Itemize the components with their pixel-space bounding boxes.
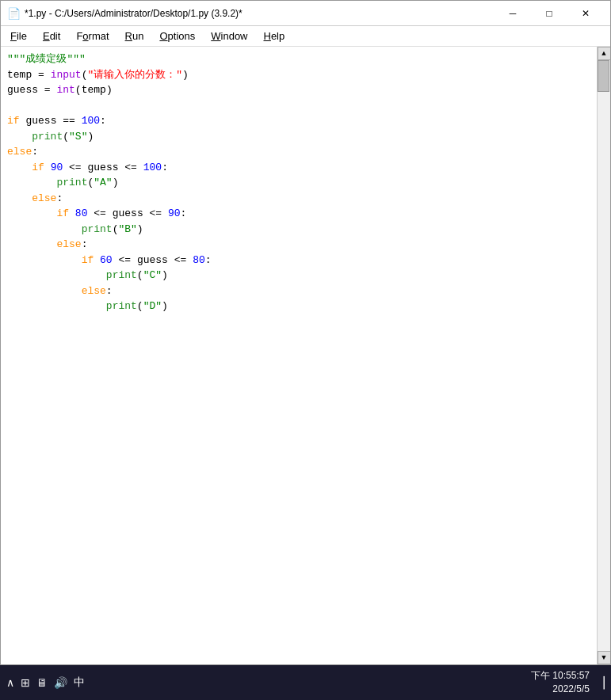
window-controls: ─ □ ✕ <box>495 4 604 23</box>
editor-container: """成绩定级""" temp = input("请输入你的分数：") gues… <box>1 47 610 664</box>
scroll-up-button[interactable]: ▲ <box>598 47 611 60</box>
taskbar: ∧ ⊞ 🖥 🔊 中 下午 10:55:57 2022/5/5 ▕ <box>0 665 611 700</box>
title-bar-left: 📄 *1.py - C:/Users/Administrator/Desktop… <box>7 7 242 20</box>
menu-help[interactable]: Help <box>258 29 292 44</box>
maximize-button[interactable]: □ <box>531 4 567 23</box>
close-button[interactable]: ✕ <box>567 4 604 23</box>
app-icon: 📄 <box>7 7 20 20</box>
menu-run[interactable]: Run <box>119 29 151 44</box>
taskbar-tray-arrow[interactable]: ∧ <box>6 676 14 689</box>
menu-bar: File Edit Format Run Options Window Help <box>1 26 610 47</box>
window-title: *1.py - C:/Users/Administrator/Desktop/1… <box>25 8 242 19</box>
show-desktop-button[interactable]: ▕ <box>596 676 605 689</box>
taskbar-left: ∧ ⊞ 🖥 🔊 中 <box>6 675 85 690</box>
menu-format[interactable]: Format <box>70 29 115 44</box>
taskbar-volume-icon[interactable]: 🔊 <box>54 676 67 689</box>
menu-edit[interactable]: Edit <box>36 29 67 44</box>
menu-file[interactable]: File <box>4 29 33 44</box>
scroll-down-button[interactable]: ▼ <box>598 651 611 664</box>
menu-options[interactable]: Options <box>153 29 201 44</box>
main-window: 📄 *1.py - C:/Users/Administrator/Desktop… <box>0 0 611 665</box>
taskbar-clock: 下午 10:55:57 2022/5/5 <box>531 669 590 696</box>
taskbar-network-icon[interactable]: ⊞ <box>21 676 30 689</box>
taskbar-ime[interactable]: 中 <box>74 675 85 690</box>
scrollbar-thumb[interactable] <box>598 60 609 92</box>
scrollbar-track[interactable] <box>598 60 610 651</box>
code-editor[interactable]: """成绩定级""" temp = input("请输入你的分数：") gues… <box>1 47 597 664</box>
menu-window[interactable]: Window <box>204 29 254 44</box>
taskbar-right: 下午 10:55:57 2022/5/5 ▕ <box>531 669 605 696</box>
minimize-button[interactable]: ─ <box>495 4 531 23</box>
vertical-scrollbar[interactable]: ▲ ▼ <box>597 47 610 664</box>
title-bar: 📄 *1.py - C:/Users/Administrator/Desktop… <box>1 1 610 26</box>
taskbar-time: 下午 10:55:57 <box>531 669 590 683</box>
taskbar-date: 2022/5/5 <box>531 683 590 696</box>
taskbar-monitor-icon[interactable]: 🖥 <box>36 676 48 689</box>
